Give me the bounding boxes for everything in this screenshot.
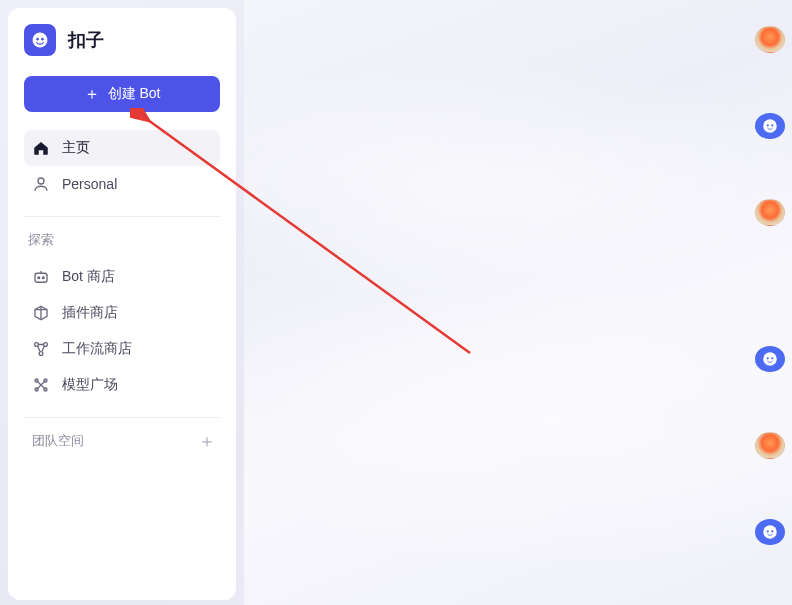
- explore-section-label: 探索: [24, 231, 220, 249]
- divider: [24, 216, 220, 217]
- model-plaza-icon: [32, 376, 50, 394]
- brand-logo-icon: [24, 24, 56, 56]
- divider: [24, 417, 220, 418]
- rail-avatar-1[interactable]: [755, 26, 785, 53]
- svg-point-0: [33, 33, 48, 48]
- create-bot-button[interactable]: ＋ 创建 Bot: [24, 76, 220, 112]
- home-icon: [32, 139, 50, 157]
- svg-point-17: [763, 352, 777, 366]
- sidebar-item-label: 插件商店: [62, 304, 118, 322]
- sidebar-item-label: 模型广场: [62, 376, 118, 394]
- rail-bot-2[interactable]: [755, 346, 785, 372]
- create-bot-label: 创建 Bot: [108, 85, 161, 103]
- brand: 扣子: [24, 24, 220, 56]
- main-content-area: [244, 0, 792, 605]
- sidebar: 扣子 ＋ 创建 Bot 主页 Personal 探索 Bot 商店 插件商店: [8, 8, 236, 600]
- rail-bot-3[interactable]: [755, 519, 785, 545]
- sidebar-item-bot-store[interactable]: Bot 商店: [24, 259, 220, 295]
- team-space-section: 团队空间 ＋: [24, 432, 220, 450]
- sidebar-item-model-plaza[interactable]: 模型广场: [24, 367, 220, 403]
- sidebar-item-label: 主页: [62, 139, 90, 157]
- sidebar-item-label: 工作流商店: [62, 340, 132, 358]
- svg-point-14: [763, 119, 777, 133]
- bot-store-icon: [32, 268, 50, 286]
- add-team-space-button[interactable]: ＋: [198, 432, 216, 450]
- svg-point-18: [767, 357, 769, 359]
- svg-point-19: [771, 357, 773, 359]
- sidebar-item-plugin-store[interactable]: 插件商店: [24, 295, 220, 331]
- svg-rect-4: [35, 273, 47, 282]
- svg-point-20: [763, 525, 777, 539]
- sidebar-item-workflow-store[interactable]: 工作流商店: [24, 331, 220, 367]
- sidebar-item-label: Personal: [62, 176, 117, 192]
- svg-point-1: [36, 38, 39, 41]
- svg-point-21: [767, 530, 769, 532]
- svg-point-15: [767, 124, 769, 126]
- brand-name: 扣子: [68, 28, 104, 52]
- svg-point-5: [38, 277, 40, 279]
- svg-point-7: [35, 343, 39, 347]
- workflow-store-icon: [32, 340, 50, 358]
- svg-point-3: [38, 178, 44, 184]
- team-space-label: 团队空间: [28, 432, 88, 450]
- svg-point-16: [771, 124, 773, 126]
- rail-bot-1[interactable]: [755, 113, 785, 139]
- sidebar-item-personal[interactable]: Personal: [24, 166, 220, 202]
- plus-icon: ＋: [84, 86, 100, 102]
- person-icon: [32, 175, 50, 193]
- rail-avatar-2[interactable]: [755, 199, 785, 226]
- svg-point-2: [41, 38, 44, 41]
- right-rail: [748, 0, 792, 605]
- svg-point-22: [771, 530, 773, 532]
- svg-point-6: [42, 277, 44, 279]
- svg-point-9: [39, 352, 43, 356]
- svg-point-8: [44, 343, 48, 347]
- sidebar-item-label: Bot 商店: [62, 268, 115, 286]
- sidebar-item-home[interactable]: 主页: [24, 130, 220, 166]
- rail-avatar-3[interactable]: [755, 432, 785, 459]
- plugin-store-icon: [32, 304, 50, 322]
